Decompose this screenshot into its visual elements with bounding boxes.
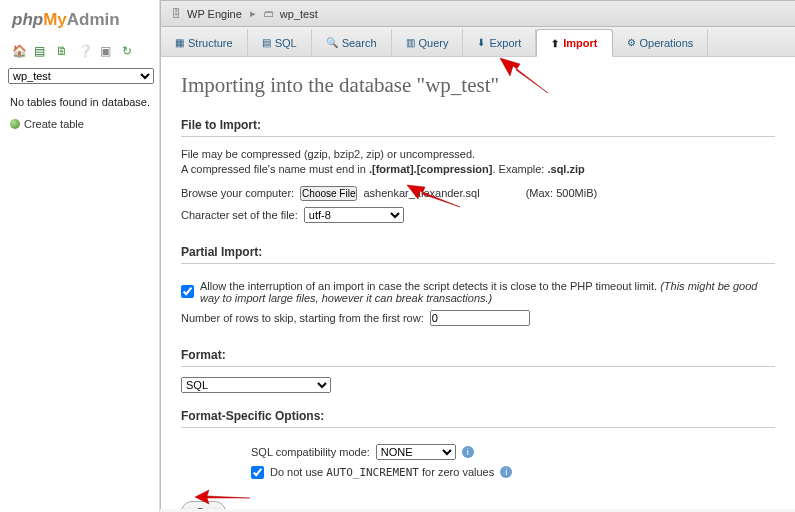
compat-mode-label: SQL compatibility mode: xyxy=(251,446,370,458)
home-icon[interactable]: 🏠 xyxy=(12,44,26,58)
tab-label: Query xyxy=(419,37,449,49)
skip-rows-label: Number of rows to skip, starting from th… xyxy=(181,312,424,324)
sidebar: phpMyAdmin 🏠 ▤ 🗎 ❔ ▣ ↻ wp_test No tables… xyxy=(0,0,160,512)
tab-export[interactable]: ⬇Export xyxy=(463,29,536,56)
skip-rows-input[interactable] xyxy=(430,310,530,326)
sql-icon: ▤ xyxy=(262,37,271,48)
browse-label: Browse your computer: xyxy=(181,187,294,199)
tab-label: Structure xyxy=(188,37,233,49)
operations-icon: ⚙ xyxy=(627,37,636,48)
server-icon: 🗄 xyxy=(171,8,181,19)
tab-structure[interactable]: ▦Structure xyxy=(161,29,248,56)
create-table-link[interactable]: Create table xyxy=(8,118,154,130)
breadcrumb-server[interactable]: WP Engine xyxy=(187,8,242,20)
auto-increment-checkbox[interactable] xyxy=(251,466,264,479)
tab-label: Export xyxy=(489,37,521,49)
logo-part-my: My xyxy=(43,10,67,29)
format-select[interactable]: SQL xyxy=(181,377,331,393)
query-icon: ▥ xyxy=(406,37,415,48)
page-title: Importing into the database "wp_test" xyxy=(181,73,775,98)
allow-interrupt-label: Allow the interruption of an import in c… xyxy=(200,280,660,292)
tab-label: Operations xyxy=(640,37,694,49)
tab-label: Import xyxy=(563,37,597,49)
choose-file-button[interactable]: Choose File xyxy=(300,186,357,201)
tab-operations[interactable]: ⚙Operations xyxy=(613,29,709,56)
info-icon[interactable]: i xyxy=(500,466,512,478)
docs-icon[interactable]: ❔ xyxy=(78,44,92,58)
main-panel: 🗄 WP Engine ▸ 🗃 wp_test ▦Structure ▤SQL … xyxy=(160,0,795,512)
database-icon: 🗃 xyxy=(264,8,274,19)
import-icon: ⬆ xyxy=(551,38,559,49)
tab-bar: ▦Structure ▤SQL 🔍Search ▥Query ⬇Export ⬆… xyxy=(160,27,795,57)
structure-icon: ▦ xyxy=(175,37,184,48)
breadcrumb: 🗄 WP Engine ▸ 🗃 wp_test xyxy=(160,0,795,27)
search-icon: 🔍 xyxy=(326,37,338,48)
section-legend: Format-Specific Options: xyxy=(181,409,775,428)
charset-label: Character set of the file: xyxy=(181,209,298,221)
create-table-label: Create table xyxy=(24,118,84,130)
max-size-label: (Max: 500MiB) xyxy=(526,187,598,199)
auto-increment-label: Do not use AUTO_INCREMENT for zero value… xyxy=(270,466,494,479)
charset-select[interactable]: utf-8 xyxy=(304,207,404,223)
tab-label: Search xyxy=(342,37,377,49)
compat-mode-select[interactable]: NONE xyxy=(376,444,456,460)
refresh-icon[interactable]: ↻ xyxy=(122,44,136,58)
settings-icon[interactable]: ▣ xyxy=(100,44,114,58)
database-select[interactable]: wp_test xyxy=(8,68,154,84)
query-window-icon[interactable]: 🗎 xyxy=(56,44,70,58)
logo-part-admin: Admin xyxy=(67,10,120,29)
create-icon xyxy=(10,119,20,129)
format-section: Format: SQL xyxy=(181,348,775,393)
allow-interrupt-checkbox[interactable] xyxy=(181,285,194,298)
phpmyadmin-logo: phpMyAdmin xyxy=(8,10,154,30)
tab-search[interactable]: 🔍Search xyxy=(312,29,392,56)
chosen-filename: ashenkar_alexander.sql xyxy=(363,187,479,199)
breadcrumb-database[interactable]: wp_test xyxy=(280,8,318,20)
section-legend: Format: xyxy=(181,348,775,367)
section-legend: File to Import: xyxy=(181,118,775,137)
logo-part-php: php xyxy=(12,10,43,29)
tab-query[interactable]: ▥Query xyxy=(392,29,464,56)
sidebar-toolbar: 🏠 ▤ 🗎 ❔ ▣ ↻ xyxy=(8,40,154,68)
format-options-section: Format-Specific Options: SQL compatibili… xyxy=(181,409,775,485)
go-button[interactable]: Go xyxy=(181,501,226,509)
file-import-section: File to Import: File may be compressed (… xyxy=(181,118,775,229)
file-import-description: File may be compressed (gzip, bzip2, zip… xyxy=(181,147,775,178)
content-area: Importing into the database "wp_test" Fi… xyxy=(160,57,795,509)
tab-import[interactable]: ⬆Import xyxy=(536,29,612,57)
no-tables-message: No tables found in database. xyxy=(8,92,154,118)
logout-icon[interactable]: ▤ xyxy=(34,44,48,58)
partial-import-section: Partial Import: Allow the interruption o… xyxy=(181,245,775,332)
tab-label: SQL xyxy=(275,37,297,49)
breadcrumb-separator: ▸ xyxy=(250,7,256,20)
info-icon[interactable]: i xyxy=(462,446,474,458)
section-legend: Partial Import: xyxy=(181,245,775,264)
export-icon: ⬇ xyxy=(477,37,485,48)
tab-sql[interactable]: ▤SQL xyxy=(248,29,312,56)
